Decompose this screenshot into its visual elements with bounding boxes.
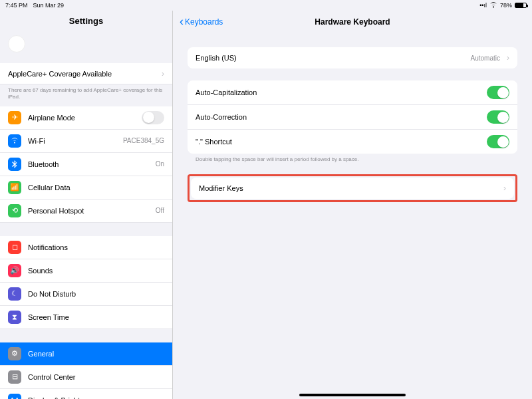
display-row[interactable]: AA Display & Brightness — [0, 389, 172, 399]
back-button[interactable]: ‹ Keyboards — [180, 15, 223, 29]
status-bar: 7:45 PM Sun Mar 29 ••ıl 78% — [0, 0, 532, 11]
sidebar: Settings AppleCare+ Coverage Available ›… — [0, 11, 173, 399]
home-indicator[interactable] — [299, 394, 406, 396]
hotspot-icon: ⟲ — [8, 204, 21, 217]
content-pane: ‹ Keyboards Hardware Keyboard English (U… — [173, 11, 532, 399]
cellular-icon: ••ıl — [479, 2, 487, 9]
wifi-icon — [489, 2, 497, 9]
notifications-row[interactable]: ◻ Notifications — [0, 236, 172, 259]
dnd-row[interactable]: ☾ Do Not Disturb — [0, 283, 172, 306]
applecare-note: There are 67 days remaining to add Apple… — [0, 84, 172, 106]
general-row[interactable]: ⚙ General — [0, 342, 172, 366]
sliders-icon: ⊟ — [8, 370, 21, 384]
screentime-row[interactable]: ⧗ Screen Time — [0, 306, 172, 329]
bluetooth-row[interactable]: Bluetooth On — [0, 153, 172, 176]
chevron-right-icon: › — [503, 184, 506, 193]
applecare-row[interactable]: AppleCare+ Coverage Available › — [0, 63, 172, 84]
applecare-label: AppleCare+ Coverage Available — [8, 70, 158, 78]
chevron-right-icon: › — [162, 69, 164, 78]
auto-correct-row[interactable]: Auto-Correction — [188, 105, 517, 130]
status-time: 7:45 PM — [5, 2, 28, 9]
hourglass-icon: ⧗ — [8, 311, 21, 324]
battery-icon — [515, 3, 527, 8]
bluetooth-icon — [8, 158, 21, 171]
gear-icon: ⚙ — [8, 347, 21, 360]
display-icon: AA — [8, 394, 21, 399]
wifi-settings-icon — [8, 134, 21, 148]
cellular-row[interactable]: 📶 Cellular Data — [0, 176, 172, 200]
nav-bar: ‹ Keyboards Hardware Keyboard — [173, 11, 532, 35]
battery-pct: 78% — [500, 2, 512, 9]
hotspot-row[interactable]: ⟲ Personal Hotspot Off — [0, 200, 172, 223]
shortcut-note: Double tapping the space bar will insert… — [188, 154, 517, 162]
moon-icon: ☾ — [8, 287, 21, 301]
period-shortcut-row[interactable]: "." Shortcut — [188, 130, 517, 154]
auto-cap-toggle[interactable] — [487, 86, 509, 99]
profile-avatar[interactable] — [8, 35, 25, 53]
language-row[interactable]: English (US) Automatic › — [188, 47, 517, 68]
page-title: Hardware Keyboard — [173, 17, 532, 27]
auto-correct-toggle[interactable] — [487, 110, 509, 124]
notifications-icon: ◻ — [8, 241, 21, 254]
chevron-right-icon: › — [507, 53, 509, 63]
airplane-mode-row[interactable]: ✈ Airplane Mode — [0, 106, 172, 130]
status-date: Sun Mar 29 — [33, 2, 65, 9]
control-center-row[interactable]: ⊟ Control Center — [0, 366, 172, 389]
sounds-row[interactable]: 🔊 Sounds — [0, 259, 172, 283]
settings-title: Settings — [0, 11, 172, 33]
wifi-row[interactable]: Wi-Fi PACE384_5G — [0, 130, 172, 153]
period-shortcut-toggle[interactable] — [487, 135, 509, 148]
sounds-icon: 🔊 — [8, 264, 21, 277]
modifier-keys-row[interactable]: Modifier Keys › — [191, 178, 514, 199]
highlight-box: Modifier Keys › — [188, 174, 517, 202]
chevron-left-icon: ‹ — [180, 15, 184, 29]
airplane-toggle[interactable] — [142, 111, 164, 124]
cellular-settings-icon: 📶 — [8, 181, 21, 194]
airplane-icon: ✈ — [8, 111, 21, 124]
auto-cap-row[interactable]: Auto-Capitalization — [188, 80, 517, 105]
